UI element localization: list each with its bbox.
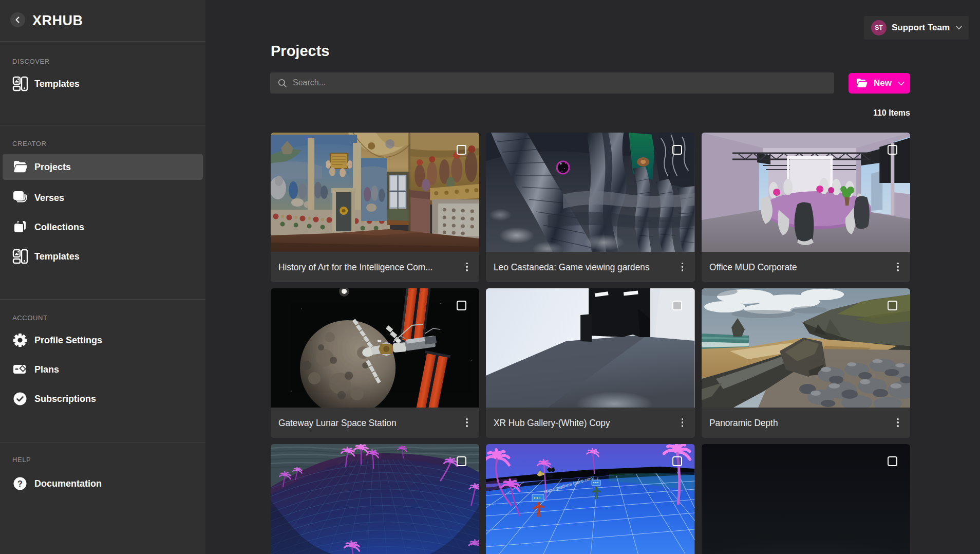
svg-text:?: ? [17,479,23,488]
